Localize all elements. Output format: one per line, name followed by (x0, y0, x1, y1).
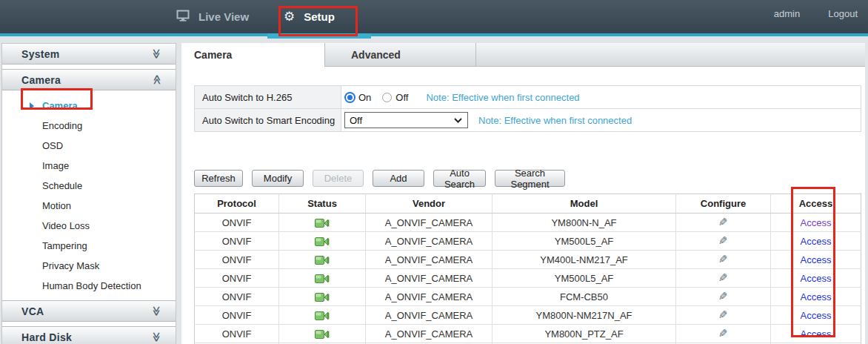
access-link[interactable]: Access (801, 273, 832, 284)
sidebar-section-system[interactable]: System ≫ (2, 44, 176, 64)
cell-configure: ✎ (676, 269, 771, 288)
col-access: Access (771, 194, 861, 214)
auto-search-button[interactable]: Auto Search (433, 170, 486, 187)
cell-protocol: ONVIF (195, 232, 279, 251)
sidebar-camera-submenu: Camera Encoding OSD Image Schedule Motio… (2, 95, 176, 297)
edit-pencil-icon[interactable]: ✎ (718, 272, 728, 283)
sidebar-item-osd[interactable]: OSD (2, 136, 176, 156)
sidebar-section-vca[interactable]: VCA ≫ (2, 300, 176, 322)
cell-model: YM500L5_AF (493, 232, 676, 251)
top-bar: Live View ⚙ Setup admin Logout (0, 0, 868, 33)
cell-configure: ✎ (676, 325, 771, 343)
sidebar-item-camera[interactable]: Camera (2, 96, 176, 116)
tab-advanced-label: Advanced (351, 49, 401, 61)
cell-access: Access (771, 288, 861, 306)
access-link[interactable]: Access (801, 236, 832, 247)
topbar-accent-strip (0, 33, 868, 36)
access-link[interactable]: Access (801, 310, 832, 321)
sidebar-item-tampering[interactable]: Tampering (2, 236, 176, 256)
sidebar-section-camera[interactable]: Camera ≫ (2, 69, 176, 90)
sidebar-item-human-body-detection[interactable]: Human Body Detection (2, 276, 176, 296)
setting-smart-encoding-label: Auto Switch to Smart Encoding (195, 109, 341, 131)
nav-setup[interactable]: ⚙ Setup (284, 0, 335, 33)
cell-model: FCM-CB50 (493, 288, 676, 306)
edit-pencil-icon[interactable]: ✎ (718, 254, 728, 265)
modify-button[interactable]: Modify (252, 170, 304, 187)
tab-content: Auto Switch to H.265 On Off (181, 67, 865, 344)
table-row: ONVIFA_ONVIF_CAMERAFCM-CB50✎Access (195, 288, 861, 306)
camera-online-icon (315, 292, 330, 302)
cell-model: YM500L5_AF (493, 269, 676, 288)
sidebar-item-camera-label: Camera (42, 100, 78, 111)
cell-status (279, 325, 366, 343)
col-vendor: Vendor (366, 194, 493, 214)
edit-pencil-icon[interactable]: ✎ (718, 291, 728, 302)
cell-status (279, 306, 366, 325)
delete-button[interactable]: Delete (313, 170, 364, 187)
chevron-double-down-icon: ≫ (152, 49, 163, 59)
edit-pencil-icon[interactable]: ✎ (718, 216, 728, 228)
radio-off-label: Off (395, 92, 408, 103)
toolbar: Refresh Modify Delete Add Auto Search Se… (194, 170, 565, 187)
edit-pencil-icon[interactable]: ✎ (718, 309, 728, 320)
sidebar-item-motion[interactable]: Motion (2, 196, 176, 216)
cell-model: YM800N-NM217N_AF (493, 306, 676, 325)
smart-encoding-select[interactable]: Off (344, 112, 468, 128)
setting-row-smart-encoding: Auto Switch to Smart Encoding Off Note: … (195, 108, 861, 131)
chevron-double-down-icon: ≫ (152, 306, 163, 317)
access-link[interactable]: Access (801, 328, 832, 340)
cell-status (279, 251, 366, 269)
radio-on-icon (346, 93, 354, 102)
col-configure: Configure (676, 194, 771, 214)
tab-camera-label: Camera (194, 49, 232, 61)
settings-box: Auto Switch to H.265 On Off (194, 85, 861, 132)
sidebar-item-image[interactable]: Image (2, 156, 176, 176)
setting-h265-label: Auto Switch to H.265 (195, 86, 341, 108)
cell-vendor: A_ONVIF_CAMERA (366, 232, 493, 251)
tab-camera[interactable]: Camera (181, 43, 325, 67)
cell-access: Access (771, 325, 861, 343)
col-model: Model (493, 194, 676, 214)
setup-active-underline (267, 33, 371, 39)
monitor-icon (176, 10, 190, 24)
sidebar-item-schedule[interactable]: Schedule (2, 176, 176, 196)
sidebar-item-privacy-mask[interactable]: Privacy Mask (2, 256, 176, 276)
sidebar-section-hard-disk-label: Hard Disk (21, 331, 72, 343)
cell-access: Access (771, 251, 861, 269)
radio-off[interactable]: Off (381, 92, 408, 103)
cell-access: Access (771, 306, 861, 325)
access-link[interactable]: Access (801, 254, 832, 265)
cell-access: Access (771, 232, 861, 251)
sidebar-section-hard-disk[interactable]: Hard Disk ≫ (2, 326, 176, 344)
cell-protocol: ONVIF (195, 214, 279, 232)
h265-radio-group: On Off (344, 92, 408, 103)
sidebar-item-encoding[interactable]: Encoding (2, 116, 176, 136)
nav-live-view[interactable]: Live View (176, 0, 249, 33)
add-button[interactable]: Add (373, 170, 424, 187)
refresh-button[interactable]: Refresh (194, 170, 243, 187)
table-row: ONVIFA_ONVIF_CAMERAYM400L-NM217_AF✎Acces… (195, 251, 861, 269)
content-tab-strip: Camera Advanced (181, 43, 865, 67)
h265-note: Note: Effective when first connected (426, 92, 579, 103)
radio-on[interactable]: On (344, 92, 371, 103)
tab-advanced[interactable]: Advanced (325, 43, 476, 66)
cell-model: YM800N_PTZ_AF (493, 325, 676, 343)
sidebar-item-video-loss[interactable]: Video Loss (2, 216, 176, 236)
sidebar: System ≫ Camera ≫ Camera Encoding OSD Im… (1, 43, 176, 344)
access-link[interactable]: Access (801, 291, 832, 302)
access-link[interactable]: Access (801, 217, 832, 228)
main-panel: Camera Advanced Auto Switch to H.265 On (181, 43, 865, 344)
edit-pencil-icon[interactable]: ✎ (718, 328, 728, 339)
logout-button[interactable]: Logout (828, 8, 858, 19)
sidebar-section-system-label: System (21, 48, 60, 60)
cell-protocol: ONVIF (195, 288, 279, 306)
cell-vendor: A_ONVIF_CAMERA (366, 306, 493, 325)
search-segment-button[interactable]: Search Segment (495, 170, 565, 187)
cell-configure: ✎ (676, 214, 771, 232)
cell-status (279, 269, 366, 288)
cell-vendor: A_ONVIF_CAMERA (366, 325, 493, 343)
edit-pencil-icon[interactable]: ✎ (718, 235, 728, 246)
cell-status (279, 214, 366, 232)
app-window: Live View ⚙ Setup admin Logout System ≫ … (0, 0, 868, 344)
table-row: ONVIFA_ONVIF_CAMERAYM800N-NM217N_AF✎Acce… (195, 306, 861, 325)
